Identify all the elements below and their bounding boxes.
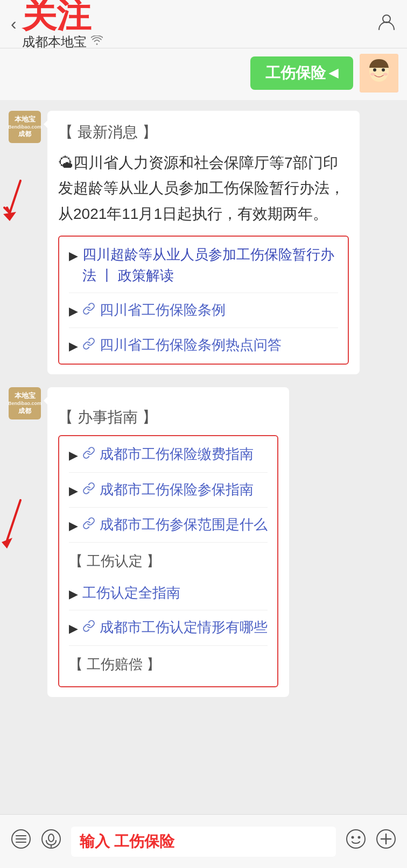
svg-point-4 — [373, 68, 376, 72]
svg-point-19 — [358, 836, 361, 839]
guide-text-1: 成都市工伤保险缴费指南 — [100, 444, 254, 465]
injury-comp-header: 【 工伤赔偿 】 — [69, 646, 268, 679]
svg-point-15 — [48, 834, 54, 842]
user-profile-icon[interactable] — [377, 12, 396, 36]
link-item-3[interactable]: ▶ 四川省工伤保险条例热点问答 — [69, 328, 338, 356]
guide-text-2: 成都市工伤保险参保指南 — [100, 479, 254, 500]
tag-btn-arrow: ◀ — [329, 66, 338, 80]
link-arrow-icon-3: ▶ — [69, 337, 78, 355]
svg-point-17 — [347, 830, 365, 848]
cert-text-2: 成都市工伤认定情形有哪些 — [100, 617, 268, 638]
link-text-2: 四川省工伤保险条例 — [100, 300, 226, 321]
link-arrow-icon: ▶ — [69, 246, 78, 265]
injury-cert-header: 【 工伤认定 】 — [69, 543, 268, 576]
chat-area: 本地宝 Bendibao.com 成都 【 最新消息 】 🌤四川省人力资源和社会… — [0, 100, 407, 814]
svg-marker-8 — [3, 212, 16, 221]
link-item-cert-1[interactable]: ▶ 工伤认定全指南 — [69, 576, 268, 610]
message-row-1: 本地宝 Bendibao.com 成都 【 最新消息 】 🌤四川省人力资源和社会… — [0, 106, 407, 379]
svg-point-7 — [383, 73, 388, 76]
header-title-group: 关注 成都本地宝 — [22, 0, 377, 51]
annotation-arrow-2 — [0, 495, 31, 559]
svg-point-5 — [382, 68, 385, 72]
message-bubble-2: 【 办事指南 】 ▶ 成都市工伤保险缴费指南 — [47, 387, 289, 697]
link-text-1: 四川超龄等从业人员参加工伤保险暂行办法 丨 政策解读 — [82, 244, 338, 286]
guide-header: 【 办事指南 】 — [58, 405, 278, 430]
link-item-guide-2[interactable]: ▶ 成都市工伤保险参保指南 — [69, 473, 268, 508]
link-item-guide-1[interactable]: ▶ 成都市工伤保险缴费指南 — [69, 444, 268, 472]
chat-input[interactable] — [71, 827, 336, 857]
cert-arrow-2: ▶ — [69, 619, 78, 638]
link-item-2[interactable]: ▶ 四川省工伤保险条例 — [69, 293, 338, 328]
guide-arrow-3: ▶ — [69, 516, 78, 535]
link-text-3: 四川省工伤保险条例热点问答 — [100, 335, 282, 355]
link-item-cert-2[interactable]: ▶ 成都市工伤认定情形有哪些 — [69, 610, 268, 645]
link-item-1[interactable]: ▶ 四川超龄等从业人员参加工伤保险暂行办法 丨 政策解读 — [69, 244, 338, 293]
back-button[interactable]: ‹ — [11, 14, 17, 34]
tag-btn-label: 工伤保险 — [265, 63, 326, 83]
links-box-1: ▶ 四川超龄等从业人员参加工伤保险暂行办法 丨 政策解读 ▶ 四川省工伤保险条例 — [58, 236, 349, 365]
news-body: 🌤四川省人力资源和社会保障厅等7部门印发超龄等从业人员参加工伤保险暂行办法，从2… — [58, 150, 349, 227]
tag-area: 工伤保险 ◀ — [0, 48, 407, 100]
wifi-icon — [91, 35, 103, 48]
cert-text-1: 工伤认定全指南 — [82, 582, 180, 603]
guide-chain-2 — [82, 480, 95, 501]
chain-link-icon-2 — [82, 301, 95, 321]
news-header: 【 最新消息 】 — [58, 120, 349, 145]
guide-arrow-1: ▶ — [69, 446, 78, 465]
message-row-2: 本地宝 Bendibao.com 成都 【 办事指南 】 ▶ — [0, 383, 407, 701]
link-item-guide-3[interactable]: ▶ 成都市工伤参保范围是什么 — [69, 508, 268, 543]
annotation-arrow-1 — [0, 175, 31, 229]
guide-chain-3 — [82, 515, 95, 536]
follow-label: 关注 — [22, 0, 377, 32]
sender-avatar-2: 本地宝 Bendibao.com 成都 — [9, 387, 41, 419]
sender-avatar: 本地宝 Bendibao.com 成都 — [9, 111, 41, 143]
menu-icon[interactable] — [11, 829, 31, 854]
emoji-icon[interactable] — [346, 829, 366, 854]
svg-point-6 — [370, 73, 375, 76]
message-bubble-1: 【 最新消息 】 🌤四川省人力资源和社会保障厅等7部门印发超龄等从业人员参加工伤… — [47, 111, 360, 374]
injury-insurance-tag-button[interactable]: 工伤保险 ◀ — [250, 56, 353, 90]
cert-chain-2 — [82, 618, 95, 638]
header: ‹ 关注 成都本地宝 — [0, 0, 407, 48]
guide-chain-1 — [82, 445, 95, 465]
avatar — [360, 54, 398, 93]
account-row: 成都本地宝 — [22, 33, 377, 51]
link-arrow-icon-2: ▶ — [69, 302, 78, 321]
cert-arrow-1: ▶ — [69, 585, 78, 603]
svg-point-0 — [383, 15, 390, 23]
links-box-2: ▶ 成都市工伤保险缴费指南 ▶ — [58, 435, 278, 687]
svg-point-18 — [352, 836, 354, 839]
account-name: 成都本地宝 — [22, 33, 87, 51]
voice-icon[interactable] — [41, 829, 61, 854]
chain-link-icon-3 — [82, 336, 95, 356]
guide-text-3: 成都市工伤参保范围是什么 — [100, 514, 268, 535]
plus-icon[interactable] — [376, 829, 396, 854]
bottom-bar — [0, 814, 407, 868]
guide-arrow-2: ▶ — [69, 481, 78, 500]
